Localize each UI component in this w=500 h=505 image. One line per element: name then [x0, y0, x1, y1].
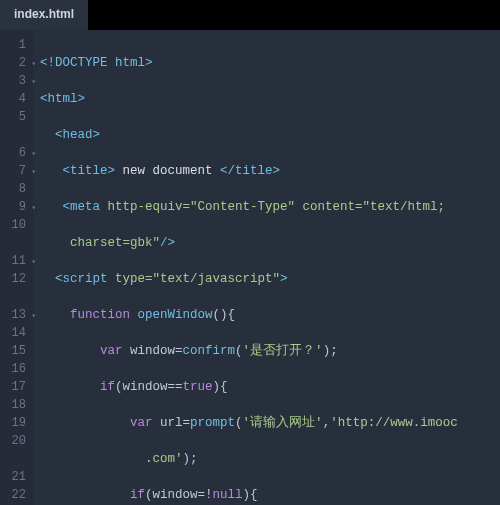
code-text: var	[130, 416, 153, 430]
code-text: if	[130, 488, 145, 502]
code-text: (	[115, 380, 123, 394]
code-text: "text/javascript"	[153, 272, 281, 286]
code-text: </title>	[220, 164, 280, 178]
line-number-gutter: 1 2 3 4 5 6 7 8 9 10 11 12 13 14 15 16 1…	[0, 30, 34, 505]
code-text: (	[235, 344, 243, 358]
code-text: '请输入网址'	[243, 416, 323, 430]
code-text	[295, 200, 303, 214]
line-number: 12	[0, 270, 34, 288]
code-text: <html>	[40, 92, 85, 106]
code-text: <!DOCTYPE html>	[40, 56, 153, 70]
code-text: true	[183, 380, 213, 394]
code-text	[40, 416, 130, 430]
line-number: 11	[0, 252, 34, 270]
line-number: 10	[0, 216, 34, 234]
code-text	[40, 380, 100, 394]
line-number: 14	[0, 324, 34, 342]
line-number: 1	[0, 36, 34, 54]
line-number: 2	[0, 54, 34, 72]
code-text: ){	[243, 488, 258, 502]
line-number: 4	[0, 90, 34, 108]
code-editor[interactable]: 1 2 3 4 5 6 7 8 9 10 11 12 13 14 15 16 1…	[0, 30, 500, 505]
code-text: window	[130, 344, 175, 358]
code-text: ==	[168, 380, 183, 394]
tab-index-html[interactable]: index.html	[0, 0, 89, 30]
code-text: "Content-Type"	[190, 200, 295, 214]
line-number	[0, 126, 34, 144]
code-text: content=	[303, 200, 363, 214]
code-text: "text/html;	[363, 200, 446, 214]
code-text: <title>	[40, 164, 115, 178]
code-text: url	[160, 416, 183, 430]
code-text: ,	[323, 416, 331, 430]
code-text	[123, 344, 131, 358]
line-number: 6	[0, 144, 34, 162]
code-text: charset=gbk"	[40, 236, 160, 250]
code-text: http-equiv=	[108, 200, 191, 214]
line-number: 18	[0, 396, 34, 414]
code-text: '是否打开？'	[243, 344, 323, 358]
code-text: prompt	[190, 416, 235, 430]
code-text: <head>	[40, 128, 100, 142]
code-text: ){	[213, 380, 228, 394]
code-text	[40, 308, 70, 322]
line-number: 20	[0, 432, 34, 450]
line-number: 3	[0, 72, 34, 90]
code-text: var	[100, 344, 123, 358]
code-text: >	[280, 272, 288, 286]
code-text: );	[183, 452, 198, 466]
code-text: if	[100, 380, 115, 394]
code-text: );	[323, 344, 338, 358]
line-number: 19	[0, 414, 34, 432]
line-number: 22	[0, 486, 34, 504]
line-number: 17	[0, 378, 34, 396]
code-text	[40, 488, 130, 502]
code-text	[130, 308, 138, 322]
line-number	[0, 234, 34, 252]
code-text: <meta	[40, 200, 108, 214]
code-text: =	[175, 344, 183, 358]
code-text: .com'	[40, 452, 183, 466]
code-text: window	[153, 488, 198, 502]
line-number	[0, 288, 34, 306]
code-text: confirm	[183, 344, 236, 358]
code-text: =!	[198, 488, 213, 502]
tab-bar: index.html	[0, 0, 500, 30]
code-text: />	[160, 236, 175, 250]
line-number: 21	[0, 468, 34, 486]
line-number: 16	[0, 360, 34, 378]
code-text	[40, 344, 100, 358]
line-number: 8	[0, 180, 34, 198]
code-text	[153, 416, 161, 430]
code-text: new document	[115, 164, 220, 178]
code-text: 'http://www.imooc	[330, 416, 458, 430]
code-text: null	[213, 488, 243, 502]
code-text: (){	[213, 308, 236, 322]
line-number: 13	[0, 306, 34, 324]
code-text: (	[235, 416, 243, 430]
code-text: (	[145, 488, 153, 502]
code-text: =	[183, 416, 191, 430]
code-text: <script	[40, 272, 115, 286]
code-text: openWindow	[138, 308, 213, 322]
code-area[interactable]: <!DOCTYPE html> <html> <head> <title> ne…	[34, 30, 500, 505]
line-number: 7	[0, 162, 34, 180]
line-number: 15	[0, 342, 34, 360]
line-number: 5	[0, 108, 34, 126]
code-text: window	[123, 380, 168, 394]
code-text: type=	[115, 272, 153, 286]
line-number	[0, 450, 34, 468]
code-text: function	[70, 308, 130, 322]
line-number: 9	[0, 198, 34, 216]
